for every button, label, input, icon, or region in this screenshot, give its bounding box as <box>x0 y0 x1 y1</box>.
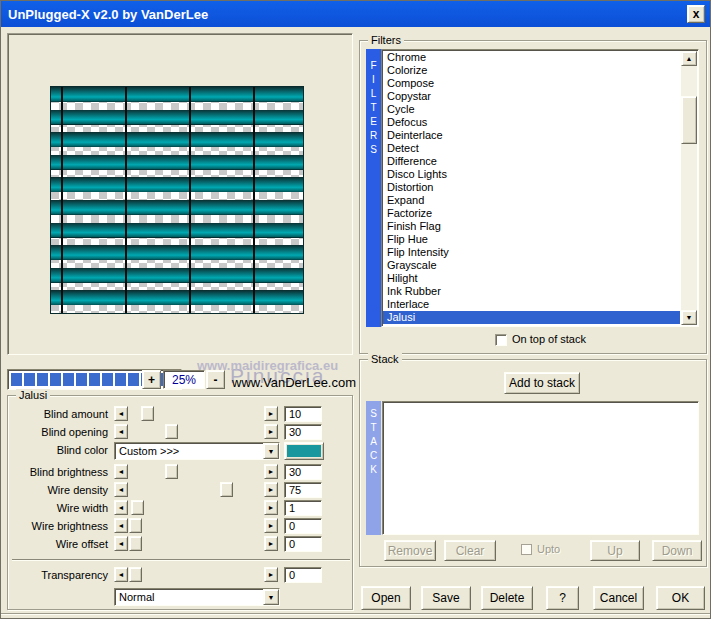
param-value-field[interactable]: 0 <box>284 567 322 583</box>
slider-thumb[interactable] <box>165 464 178 479</box>
filter-list-item[interactable]: Distortion <box>383 181 680 194</box>
filter-list-item[interactable]: Grayscale <box>383 259 680 272</box>
footer-button-cancel[interactable]: Cancel <box>593 586 644 610</box>
scrollbar-thumb[interactable] <box>681 96 697 144</box>
filter-list-item[interactable]: Defocus <box>383 116 680 129</box>
footer-button-save[interactable]: Save <box>421 586 471 610</box>
slider-right-arrow-button[interactable]: ► <box>264 536 278 551</box>
filter-list-item[interactable]: Ink Rubber <box>383 285 680 298</box>
footer-button-ok[interactable]: OK <box>656 586 705 610</box>
blind-color-swatch-button[interactable] <box>284 442 324 460</box>
filter-list-item[interactable]: Deinterlace <box>383 129 680 142</box>
slider-right-arrow-button[interactable]: ► <box>264 482 278 497</box>
footer-button-help[interactable]: ? <box>546 586 579 610</box>
slider-track[interactable] <box>128 464 264 479</box>
param-value-field[interactable]: 0 <box>284 518 322 534</box>
filter-list-item[interactable]: Flip Hue <box>383 233 680 246</box>
banner-letter: C <box>370 449 377 463</box>
param-label: Blind brightness <box>8 466 108 478</box>
up-button[interactable]: Up <box>590 540 640 561</box>
add-to-stack-button[interactable]: Add to stack <box>504 372 580 394</box>
param-value-field[interactable]: 75 <box>284 482 322 498</box>
filter-list-item[interactable]: Copystar <box>383 90 680 103</box>
param-value-field[interactable]: 1 <box>284 500 322 516</box>
filter-list-item[interactable]: Flip Intensity <box>383 246 680 259</box>
blind-color-combobox[interactable]: Custom >>> ▼ <box>114 442 280 460</box>
slider-left-arrow-button[interactable]: ◄ <box>114 518 128 533</box>
slider-right-arrow-button[interactable]: ► <box>264 518 278 533</box>
slider-track[interactable] <box>128 518 264 533</box>
filter-list-item[interactable]: Chrome <box>383 51 680 64</box>
slider-track[interactable] <box>128 424 264 439</box>
filters-vertical-banner: FILTERS <box>366 49 381 327</box>
param-value-field[interactable]: 30 <box>284 424 322 440</box>
filter-list-item[interactable]: Finish Flag <box>383 220 680 233</box>
slider-left-arrow-button[interactable]: ◄ <box>114 464 128 479</box>
blend-mode-value: Normal <box>115 589 263 605</box>
remove-button[interactable]: Remove <box>384 540 436 561</box>
filter-list-item[interactable]: Cycle <box>383 103 680 116</box>
slider-thumb[interactable] <box>141 406 154 421</box>
slider-thumb[interactable] <box>220 482 233 497</box>
slider-track[interactable] <box>128 536 264 551</box>
filter-list-item[interactable]: Expand <box>383 194 680 207</box>
filter-list-item[interactable]: Difference <box>383 155 680 168</box>
slider-thumb[interactable] <box>131 500 144 515</box>
zoom-in-button[interactable]: + <box>142 370 161 389</box>
filter-list-item[interactable]: Colorize <box>383 64 680 77</box>
filter-list-item[interactable]: Detect <box>383 142 680 155</box>
slider-left-arrow-button[interactable]: ◄ <box>114 500 128 515</box>
slider-thumb[interactable] <box>129 536 142 551</box>
stack-list[interactable] <box>382 401 699 535</box>
slider-left-arrow-button[interactable]: ◄ <box>114 406 128 421</box>
filter-list-scrollbar[interactable]: ▲ ▼ <box>681 51 697 325</box>
slider-track[interactable] <box>128 500 264 515</box>
scrollbar-up-button[interactable]: ▲ <box>681 51 697 66</box>
slider-track[interactable] <box>128 406 264 421</box>
bottom-edge-line <box>1 613 710 615</box>
footer-button-delete[interactable]: Delete <box>481 586 533 610</box>
slider-thumb[interactable] <box>129 567 142 582</box>
param-value-field[interactable]: 0 <box>284 536 322 552</box>
slider-right-arrow-button[interactable]: ► <box>264 500 278 515</box>
filter-list-item[interactable]: Hilight <box>383 272 680 285</box>
on-top-of-stack-checkbox[interactable] <box>495 334 507 346</box>
slider-right-arrow-button[interactable]: ► <box>264 567 278 582</box>
slider-left-arrow-button[interactable]: ◄ <box>114 482 128 497</box>
slider-track[interactable] <box>128 482 264 497</box>
on-top-of-stack-label: On top of stack <box>512 333 586 345</box>
upto-checkbox[interactable] <box>521 544 532 555</box>
slider-row: Transparency ◄ ► 0 <box>8 567 352 583</box>
slider-track[interactable] <box>128 567 264 582</box>
blend-mode-dropdown-button[interactable]: ▼ <box>263 589 279 605</box>
slider-left-arrow-button[interactable]: ◄ <box>114 567 128 582</box>
slider-left-arrow-button[interactable]: ◄ <box>114 536 128 551</box>
filter-list-item[interactable]: Jalusi <box>383 311 680 324</box>
title-bar[interactable]: UnPlugged-X v2.0 by VanDerLee <box>1 1 710 27</box>
stack-group-label: Stack <box>368 353 402 366</box>
clear-button[interactable]: Clear <box>444 540 496 561</box>
blind-color-dropdown-button[interactable]: ▼ <box>263 443 279 459</box>
banner-letter: T <box>370 421 376 435</box>
slider-right-arrow-button[interactable]: ► <box>264 464 278 479</box>
slider-left-arrow-button[interactable]: ◄ <box>114 424 128 439</box>
blend-mode-combobox[interactable]: Normal ▼ <box>114 588 280 606</box>
slider-right-arrow-button[interactable]: ► <box>264 424 278 439</box>
close-button[interactable]: x <box>687 5 705 23</box>
filter-list-item[interactable]: Lasergrave <box>383 324 680 325</box>
vendor-site-link[interactable]: www.VanDerLee.com <box>232 375 356 390</box>
param-value-field[interactable]: 30 <box>284 464 322 480</box>
filter-list-item[interactable]: Interlace <box>383 298 680 311</box>
down-button[interactable]: Down <box>652 540 702 561</box>
footer-button-open[interactable]: Open <box>361 586 411 610</box>
param-value-field[interactable]: 10 <box>284 406 322 422</box>
filter-list-item[interactable]: Factorize <box>383 207 680 220</box>
slider-thumb[interactable] <box>165 424 178 439</box>
slider-right-arrow-button[interactable]: ► <box>264 406 278 421</box>
scrollbar-down-button[interactable]: ▼ <box>681 310 697 325</box>
filter-list-item[interactable]: Disco Lights <box>383 168 680 181</box>
zoom-out-button[interactable]: - <box>206 370 225 389</box>
slider-thumb[interactable] <box>129 518 142 533</box>
filter-list-item[interactable]: Compose <box>383 77 680 90</box>
progress-segment <box>115 373 126 386</box>
